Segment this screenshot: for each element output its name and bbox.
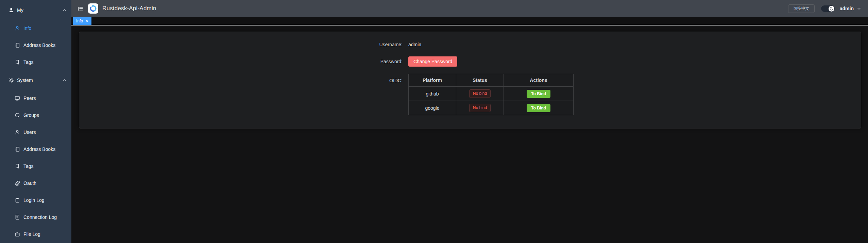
close-icon[interactable] (85, 19, 88, 22)
oidc-row: OIDC: Platform Status Actions github No … (79, 74, 861, 115)
paperclip-icon (15, 180, 20, 186)
gear-icon (8, 77, 14, 83)
sidebar-item-label: Tags (23, 59, 34, 65)
sidebar-item-info[interactable]: Info (0, 20, 71, 37)
clipboard-icon (15, 197, 20, 203)
monitor-icon (15, 96, 20, 101)
notebook-icon (15, 42, 20, 48)
sidebar-item-label: Oauth (23, 180, 36, 186)
table-row-github: github No bind To Bind (409, 87, 574, 101)
platform-cell: github (409, 87, 456, 101)
status-badge: No bind (469, 104, 491, 112)
tab-label: Info (76, 19, 83, 23)
sidebar-section-system[interactable]: System (0, 71, 71, 90)
chat-bubble-icon (15, 112, 20, 118)
sidebar-item-connection-log[interactable]: Connection Log (0, 209, 71, 226)
column-header-actions: Actions (504, 74, 574, 87)
oidc-table-header-row: Platform Status Actions (409, 74, 574, 87)
to-bind-button-google[interactable]: To Bind (527, 104, 550, 112)
user-icon (15, 129, 20, 135)
column-header-platform: Platform (409, 74, 456, 87)
sidebar-item-label: Groups (23, 112, 39, 118)
table-row-google: google No bind To Bind (409, 101, 574, 115)
briefcase-icon (15, 231, 20, 237)
username-label: Username: (79, 42, 403, 47)
sidebar-item-label: Info (23, 25, 31, 31)
sidebar-item-address-books-system[interactable]: Address Books (0, 141, 71, 158)
main-content: Username: admin Password: Change Passwor… (71, 26, 868, 243)
switch-language-button[interactable]: 切换中文 (788, 4, 815, 13)
actions-cell: To Bind (504, 87, 574, 101)
to-bind-button-github[interactable]: To Bind (527, 90, 550, 98)
platform-cell: google (409, 101, 456, 115)
document-icon (15, 214, 20, 220)
sidebar-item-label: Address Books (23, 146, 55, 152)
sidebar-item-address-books-my[interactable]: Address Books (0, 37, 71, 54)
user-filled-icon (8, 7, 14, 13)
tabbar: Info (71, 17, 868, 25)
sidebar-item-users[interactable]: Users (0, 124, 71, 141)
sidebar-item-file-log[interactable]: File Log (0, 226, 71, 243)
sidebar-item-label: Login Log (23, 197, 45, 203)
sidebar-item-tags-my[interactable]: Tags (0, 54, 71, 71)
actions-cell: To Bind (504, 101, 574, 115)
sidebar-section-label: System (17, 77, 67, 83)
status-cell: No bind (456, 101, 504, 115)
sidebar: My Info Address Books Tags System (0, 0, 71, 243)
status-cell: No bind (456, 87, 504, 101)
navbar-right: 切换中文 admin (788, 4, 861, 13)
sidebar-item-label: Address Books (23, 42, 55, 48)
sidebar-item-label: Tags (23, 163, 34, 169)
chevron-down-icon[interactable] (857, 6, 861, 11)
password-label: Password: (79, 56, 403, 67)
sidebar-section-my[interactable]: My (0, 1, 71, 20)
moon-icon (829, 6, 834, 12)
sidebar-item-peers[interactable]: Peers (0, 90, 71, 107)
sidebar-item-tags-system[interactable]: Tags (0, 158, 71, 175)
username-value: admin (408, 42, 421, 47)
account-info-card: Username: admin Password: Change Passwor… (79, 32, 861, 128)
bookmark-icon (15, 59, 20, 65)
theme-toggle[interactable] (821, 5, 835, 12)
navbar: Rustdesk-Api-Admin 切换中文 admin (71, 0, 868, 17)
notebook-icon (15, 146, 20, 152)
sidebar-fold-icon[interactable] (78, 6, 83, 12)
oidc-table: Platform Status Actions github No bind T… (408, 74, 574, 115)
column-header-status: Status (456, 74, 504, 87)
oidc-label: OIDC: (79, 74, 403, 83)
sidebar-item-oauth[interactable]: Oauth (0, 175, 71, 192)
password-row: Password: Change Password (79, 56, 861, 67)
sidebar-item-label: Users (23, 129, 36, 135)
chevron-up-icon (63, 78, 67, 82)
username-row: Username: admin (79, 42, 861, 47)
user-icon (15, 25, 20, 31)
status-badge: No bind (469, 89, 491, 98)
sidebar-item-label: File Log (23, 231, 40, 237)
bookmark-icon (15, 163, 20, 169)
tab-info[interactable]: Info (73, 17, 91, 25)
user-menu[interactable]: admin (840, 6, 854, 11)
change-password-button[interactable]: Change Password (408, 56, 457, 67)
sidebar-item-login-log[interactable]: Login Log (0, 192, 71, 209)
sidebar-section-label: My (17, 7, 67, 13)
app-title: Rustdesk-Api-Admin (102, 5, 156, 12)
sidebar-item-label: Connection Log (23, 214, 57, 220)
sidebar-item-label: Peers (23, 96, 36, 101)
sidebar-item-groups[interactable]: Groups (0, 107, 71, 124)
chevron-up-icon (63, 8, 67, 12)
rustdesk-logo (88, 3, 98, 14)
